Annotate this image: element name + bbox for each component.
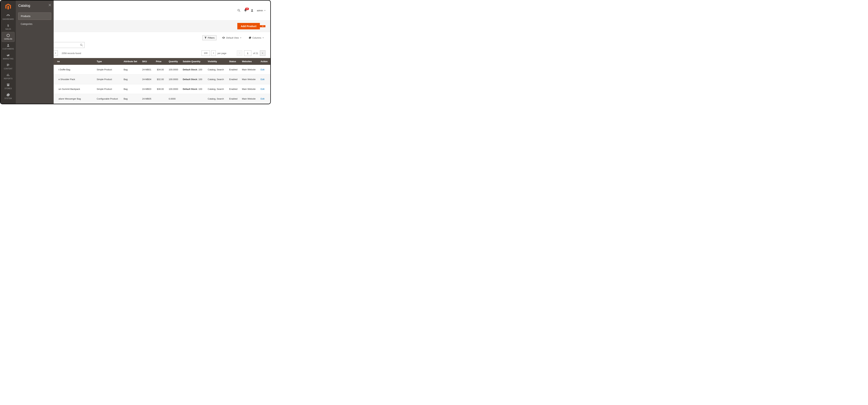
- col-header-name[interactable]: ne: [57, 58, 95, 65]
- col-header-attrset[interactable]: Attribute Set: [122, 58, 141, 65]
- cell-sku: 24-MB05: [141, 94, 154, 104]
- notification-badge: 39: [245, 8, 249, 10]
- cell-name: afarer Messenger Bag: [57, 94, 95, 104]
- cell-price: [154, 94, 167, 104]
- gear-icon: [6, 93, 10, 97]
- cell-salable: [181, 94, 206, 104]
- username-label: admin: [257, 9, 263, 12]
- magento-logo-icon[interactable]: [5, 4, 11, 10]
- search-icon[interactable]: [237, 9, 241, 12]
- app-window: DASHBOARD $ SALES CATALOG CUSTOMERS MARK…: [0, 0, 271, 104]
- col-header-status[interactable]: Status: [227, 58, 240, 65]
- edit-link[interactable]: Edit: [260, 68, 265, 71]
- sidebar-item-label: CONTENT: [2, 68, 14, 70]
- cell-type: Simple Product: [95, 65, 122, 75]
- col-header-action[interactable]: Action: [259, 58, 270, 65]
- edit-link[interactable]: Edit: [260, 78, 265, 81]
- col-header-type[interactable]: Type: [95, 58, 122, 65]
- sidebar-item-customers[interactable]: CUSTOMERS: [2, 42, 14, 52]
- columns-dropdown[interactable]: Columns: [247, 35, 266, 40]
- person-icon: [6, 44, 10, 47]
- sidebar-item-dashboard[interactable]: DASHBOARD: [2, 12, 14, 22]
- sidebar-item-system[interactable]: SYSTEM: [2, 92, 14, 101]
- cell-quantity: 100.0000: [167, 65, 181, 75]
- sidebar-item-label: SALES: [2, 28, 14, 30]
- col-header-sku[interactable]: SKU: [141, 58, 154, 65]
- cell-type: Simple Product: [95, 84, 122, 94]
- sidebar-item-catalog[interactable]: CATALOG: [2, 32, 14, 42]
- search-row: [54, 40, 270, 48]
- cell-visibility: Catalog, Search: [206, 94, 227, 104]
- product-grid: ne Type Attribute Set SKU Price Quantity…: [53, 58, 270, 104]
- svg-point-1: [238, 9, 239, 11]
- sidebar-item-label: CUSTOMERS: [2, 48, 14, 50]
- cell-salable: Default Stock: 100: [181, 65, 206, 75]
- flyout-item-categories[interactable]: Categories: [18, 21, 51, 27]
- svg-text:$: $: [7, 24, 9, 27]
- page-number-input[interactable]: [244, 50, 251, 56]
- eye-icon: [222, 36, 225, 39]
- grid-controls: Filters Default View Columns: [54, 32, 270, 40]
- default-view-dropdown[interactable]: Default View: [220, 35, 243, 40]
- sidebar-item-content[interactable]: CONTENT: [2, 62, 14, 71]
- mass-actions-dropdown[interactable]: [53, 50, 58, 56]
- user-menu[interactable]: admin: [257, 9, 266, 12]
- close-icon[interactable]: [49, 4, 51, 6]
- table-row[interactable]: t Duffle Bag Simple Product Bag 24-MB01 …: [53, 65, 270, 75]
- flyout-item-label: Products: [21, 15, 30, 18]
- table-row[interactable]: afarer Messenger Bag Configurable Produc…: [53, 94, 270, 104]
- sidebar-item-label: SYSTEM: [2, 97, 14, 99]
- notifications-icon[interactable]: 39: [244, 9, 247, 12]
- cell-action: Edit: [259, 65, 270, 75]
- filters-button[interactable]: Filters: [203, 35, 216, 40]
- grid-header-row: ne Type Attribute Set SKU Price Quantity…: [53, 58, 270, 65]
- cell-price: $32.00: [154, 75, 167, 84]
- edit-link[interactable]: Edit: [260, 97, 265, 100]
- col-header-visibility[interactable]: Visibility: [206, 58, 227, 65]
- prev-page-button[interactable]: [237, 50, 242, 56]
- col-header-price[interactable]: Price: [154, 58, 167, 65]
- cell-attribute-set: Bag: [122, 84, 141, 94]
- edit-link[interactable]: Edit: [260, 88, 265, 90]
- main-content: 39 admin Add Product Filters: [54, 1, 270, 104]
- pager: 100 per page of 21: [202, 50, 266, 56]
- add-product-dropdown[interactable]: [260, 25, 266, 27]
- per-page-dropdown[interactable]: [211, 50, 216, 56]
- per-page-value[interactable]: 100: [202, 50, 210, 56]
- svg-line-2: [239, 11, 240, 12]
- sidebar-item-partners[interactable]: FIND PARTNERS & EXTENSIONS: [2, 102, 14, 104]
- catalog-flyout: Catalog Products Categories: [16, 1, 54, 104]
- table-row[interactable]: wn Summit Backpack Simple Product Bag 24…: [53, 84, 270, 94]
- sidebar-item-marketing[interactable]: MARKETING: [2, 52, 14, 61]
- flyout-title: Catalog: [18, 4, 51, 8]
- pages-icon: [6, 63, 10, 67]
- col-header-salable[interactable]: Salable Quantity: [181, 58, 206, 65]
- cell-attribute-set: Bag: [122, 75, 141, 84]
- sidebar-item-sales[interactable]: $ SALES: [2, 22, 14, 32]
- col-header-qty[interactable]: Quantity: [167, 58, 181, 65]
- cell-type: Configurable Product: [95, 94, 122, 104]
- flyout-item-label: Categories: [21, 23, 32, 25]
- top-toolbar: 39 admin: [54, 1, 270, 20]
- cell-websites: Main Website: [240, 75, 259, 84]
- cell-action: Edit: [259, 75, 270, 84]
- sidebar-item-label: STORES: [2, 88, 14, 89]
- cell-quantity: 100.0000: [167, 84, 181, 94]
- cell-sku: 24-MB01: [141, 65, 154, 75]
- next-page-button[interactable]: [260, 50, 266, 56]
- add-product-button[interactable]: Add Product: [237, 23, 260, 29]
- table-row[interactable]: e Shoulder Pack Simple Product Bag 24-MB…: [53, 75, 270, 84]
- cell-salable: Default Stock: 100: [181, 75, 206, 84]
- avatar-icon[interactable]: [250, 9, 254, 12]
- col-header-websites[interactable]: Websites: [240, 58, 259, 65]
- funnel-icon: [204, 36, 207, 39]
- sidebar-item-stores[interactable]: STORES: [2, 82, 14, 91]
- cube-icon: [6, 33, 10, 37]
- flyout-item-products[interactable]: Products: [18, 12, 51, 20]
- sidebar-item-reports[interactable]: REPORTS: [2, 72, 14, 81]
- store-icon: [6, 83, 10, 87]
- cell-websites: Main Website: [240, 65, 259, 75]
- filters-label: Filters: [208, 36, 215, 39]
- cell-action: Edit: [259, 84, 270, 94]
- keyword-search-input[interactable]: [53, 42, 85, 48]
